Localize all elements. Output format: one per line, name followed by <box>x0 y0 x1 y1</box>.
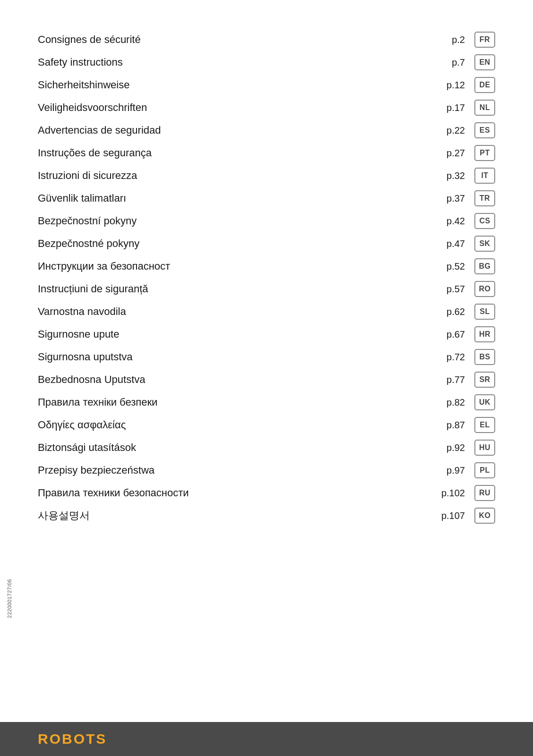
lang-badge-bs[interactable]: BS <box>474 349 495 365</box>
toc-row[interactable]: 사용설명서p.107KO <box>38 504 495 527</box>
toc-item-page: p.7 <box>439 57 465 68</box>
toc-row[interactable]: Правила техніки безпекиp.82UK <box>38 391 495 414</box>
toc-item-page: p.37 <box>439 193 465 204</box>
toc-item-title: Bezbednosna Uputstva <box>38 374 146 386</box>
lang-badge-el[interactable]: EL <box>474 417 495 433</box>
toc-item-title: Varnostna navodila <box>38 306 126 318</box>
toc-item-page: p.77 <box>439 374 465 385</box>
toc-item-page: p.2 <box>439 34 465 45</box>
lang-badge-fr[interactable]: FR <box>474 32 495 48</box>
toc-item-title: Sigurnosne upute <box>38 328 119 340</box>
toc-row[interactable]: Bezbednosna Uputstvap.77SR <box>38 368 495 391</box>
toc-item-page: p.12 <box>439 80 465 91</box>
toc-item-page: p.57 <box>439 284 465 295</box>
toc-row[interactable]: Instruções de segurançap.27PT <box>38 142 495 164</box>
toc-item-page: p.52 <box>439 261 465 272</box>
toc-item-title: Bezpečnostní pokyny <box>38 215 137 227</box>
footer-bar: ROBOTS <box>0 722 533 756</box>
toc-item-title: Przepisy bezpieczeństwa <box>38 464 155 476</box>
toc-item-page: p.82 <box>439 397 465 408</box>
toc-item-page: p.17 <box>439 102 465 113</box>
toc-item-title: Bezpečnostné pokyny <box>38 238 139 250</box>
lang-badge-en[interactable]: EN <box>474 54 495 70</box>
lang-badge-hu[interactable]: HU <box>474 440 495 456</box>
toc-item-title: Advertencias de seguridad <box>38 124 161 136</box>
lang-badge-it[interactable]: IT <box>474 168 495 184</box>
toc-item-page: p.32 <box>439 170 465 181</box>
lang-badge-pt[interactable]: PT <box>474 145 495 161</box>
toc-item-title: Sicherheitshinweise <box>38 79 129 91</box>
toc-item-title: Правила техніки безпеки <box>38 396 157 408</box>
lang-badge-pl[interactable]: PL <box>474 462 495 478</box>
lang-badge-uk[interactable]: UK <box>474 394 495 410</box>
page: 2220001727/06 Consignes de sécuritép.2FR… <box>0 0 533 756</box>
toc-item-title: Güvenlik talimatları <box>38 192 126 204</box>
toc-item-title: Instruções de segurança <box>38 147 152 159</box>
toc-item-title: Правила техники безопасности <box>38 487 189 499</box>
toc-item-title: Οδηγίες ασφαλείας <box>38 419 126 431</box>
toc-item-page: p.22 <box>439 125 465 136</box>
toc-item-page: p.42 <box>439 216 465 227</box>
toc-item-page: p.27 <box>439 148 465 159</box>
toc-item-title: Istruzioni di sicurezza <box>38 170 137 182</box>
lang-badge-sl[interactable]: SL <box>474 304 495 320</box>
toc-item-title: Инструкции за безопасност <box>38 260 170 272</box>
toc-item-title: Instrucțiuni de siguranță <box>38 283 148 295</box>
vertical-label: 2220001727/06 <box>7 579 12 618</box>
toc-row[interactable]: Bezpečnostné pokynyp.47SK <box>38 232 495 255</box>
toc-item-page: p.97 <box>439 465 465 476</box>
toc-item-page: p.67 <box>439 329 465 340</box>
toc-item-title: Veiligheidsvoorschriften <box>38 102 147 114</box>
toc-row[interactable]: Sigurnosne uputep.67HR <box>38 323 495 346</box>
toc-item-page: p.47 <box>439 238 465 249</box>
lang-badge-bg[interactable]: BG <box>474 258 495 274</box>
toc-row[interactable]: Правила техники безопасностиp.102RU <box>38 482 495 504</box>
toc-row[interactable]: Advertencias de seguridadp.22ES <box>38 119 495 142</box>
toc-row[interactable]: Przepisy bezpieczeństwap.97PL <box>38 459 495 482</box>
lang-badge-nl[interactable]: NL <box>474 100 495 116</box>
toc-row[interactable]: Güvenlik talimatlarıp.37TR <box>38 187 495 210</box>
toc-item-page: p.92 <box>439 442 465 453</box>
toc-row[interactable]: Bezpečnostní pokynyp.42CS <box>38 210 495 232</box>
toc-row[interactable]: Consignes de sécuritép.2FR <box>38 28 495 51</box>
toc-row[interactable]: Sigurnosna uputstvap.72BS <box>38 346 495 368</box>
lang-badge-ko[interactable]: KO <box>474 508 495 524</box>
footer-title: ROBOTS <box>38 731 107 747</box>
toc-row[interactable]: Instrucțiuni de siguranțăp.57RO <box>38 278 495 300</box>
toc-row[interactable]: Safety instructionsp.7EN <box>38 51 495 74</box>
content-area: 2220001727/06 Consignes de sécuritép.2FR… <box>0 0 533 722</box>
lang-badge-sr[interactable]: SR <box>474 372 495 388</box>
toc-list: Consignes de sécuritép.2FRSafety instruc… <box>38 28 495 527</box>
toc-row[interactable]: Varnostna navodilap.62SL <box>38 300 495 323</box>
toc-item-page: p.107 <box>439 510 465 521</box>
lang-badge-tr[interactable]: TR <box>474 190 495 206</box>
toc-row[interactable]: Veiligheidsvoorschriftenp.17NL <box>38 96 495 119</box>
toc-row[interactable]: Οδηγίες ασφαλείαςp.87EL <box>38 414 495 436</box>
toc-item-page: p.87 <box>439 420 465 431</box>
lang-badge-hr[interactable]: HR <box>474 326 495 342</box>
lang-badge-sk[interactable]: SK <box>474 236 495 252</box>
toc-row[interactable]: Инструкции за безопасностp.52BG <box>38 255 495 278</box>
toc-row[interactable]: Istruzioni di sicurezzap.32IT <box>38 164 495 187</box>
toc-item-title: Biztonsági utasítások <box>38 442 136 454</box>
toc-item-title: Consignes de sécurité <box>38 34 141 46</box>
lang-badge-de[interactable]: DE <box>474 77 495 93</box>
toc-row[interactable]: Biztonsági utasításokp.92HU <box>38 436 495 459</box>
lang-badge-es[interactable]: ES <box>474 122 495 138</box>
toc-item-title: Sigurnosna uputstva <box>38 351 133 363</box>
toc-item-page: p.72 <box>439 352 465 363</box>
toc-item-title: 사용설명서 <box>38 509 90 523</box>
toc-item-page: p.62 <box>439 306 465 317</box>
toc-item-title: Safety instructions <box>38 56 123 68</box>
toc-row[interactable]: Sicherheitshinweisep.12DE <box>38 74 495 96</box>
lang-badge-cs[interactable]: CS <box>474 213 495 229</box>
toc-item-page: p.102 <box>439 488 465 499</box>
lang-badge-ro[interactable]: RO <box>474 281 495 297</box>
lang-badge-ru[interactable]: RU <box>474 485 495 501</box>
